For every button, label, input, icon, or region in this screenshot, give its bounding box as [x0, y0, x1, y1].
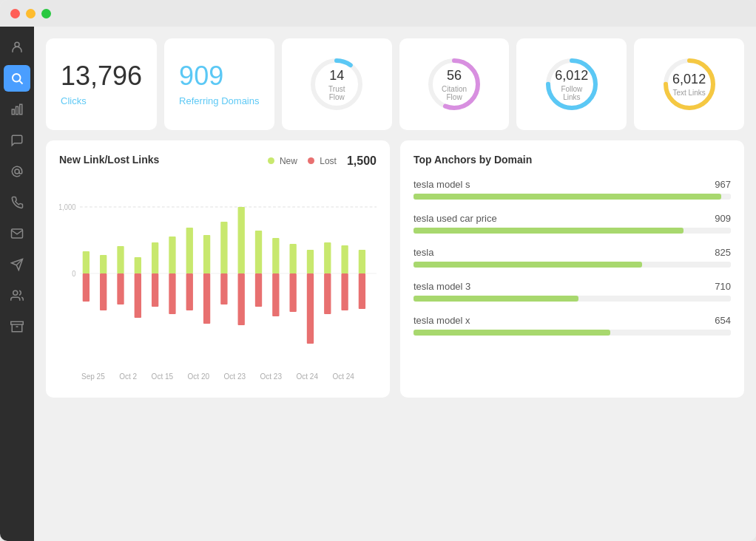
- anchor-name-4: tesla model x: [414, 315, 470, 326]
- text-links-label: Text Links: [672, 89, 706, 97]
- svg-point-6: [15, 169, 19, 174]
- referring-number: 909: [179, 63, 223, 89]
- chart-total: 1,500: [347, 154, 377, 168]
- svg-rect-10: [11, 321, 24, 324]
- anchor-bar-fill-4: [414, 330, 610, 336]
- anchor-bar-fill-3: [414, 296, 578, 302]
- stat-card-text-links: 6,012 Text Links: [634, 38, 744, 130]
- clicks-number: 13,796: [61, 63, 142, 89]
- anchor-val-4: 654: [715, 315, 731, 326]
- svg-line-2: [19, 81, 22, 84]
- anchor-val-1: 909: [715, 213, 731, 224]
- x-label-oct23a: Oct 23: [224, 372, 246, 381]
- svg-rect-50: [307, 250, 314, 273]
- maximize-button[interactable]: [41, 9, 51, 18]
- anchor-bar-fill-0: [414, 194, 721, 200]
- anchor-bar-bg-2: [414, 262, 731, 268]
- close-button[interactable]: [10, 9, 20, 18]
- stat-card-citation-flow: 56 Citation Flow: [399, 38, 510, 130]
- svg-rect-51: [307, 273, 314, 344]
- svg-rect-31: [135, 273, 141, 318]
- stat-card-clicks: 13,796 Clicks: [46, 38, 157, 130]
- svg-rect-47: [272, 273, 279, 316]
- anchor-bar-fill-1: [414, 228, 684, 234]
- svg-rect-33: [152, 273, 158, 307]
- svg-rect-41: [220, 273, 227, 304]
- citation-flow-number: 56: [439, 68, 469, 84]
- anchor-bar-bg-4: [414, 330, 731, 336]
- anchor-list: tesla model s 967 tesla used car price 9…: [414, 179, 731, 336]
- anchor-val-2: 825: [715, 247, 731, 258]
- anchors-panel: Top Anchors by Domain tesla model s 967: [400, 140, 744, 398]
- svg-rect-43: [238, 273, 245, 325]
- svg-rect-3: [12, 109, 14, 115]
- bar-chart-svg: 1,000 0: [59, 177, 377, 370]
- svg-rect-25: [83, 273, 90, 302]
- follow-links-label: Follow Links: [555, 85, 588, 101]
- sidebar-icon-inbox[interactable]: [4, 313, 30, 340]
- anchor-item-0: tesla model s 967: [414, 179, 731, 200]
- follow-links-circle: 6,012 Follow Links: [542, 55, 601, 114]
- svg-rect-27: [100, 273, 107, 310]
- minimize-button[interactable]: [26, 9, 36, 18]
- anchor-name-1: tesla used car price: [414, 213, 497, 224]
- text-links-number: 6,012: [672, 72, 706, 87]
- svg-rect-52: [324, 242, 331, 273]
- anchor-item-2: tesla 825: [414, 247, 731, 268]
- legend-lost-dot: [308, 157, 314, 164]
- x-label-sep25: Sep 25: [81, 372, 105, 381]
- anchor-name-2: tesla: [414, 247, 433, 258]
- anchor-item-4: tesla model x 654: [414, 315, 731, 336]
- x-label-oct20: Oct 20: [188, 372, 209, 381]
- x-label-oct15: Oct 15: [152, 372, 173, 381]
- trust-flow-label: Trust Flow: [322, 85, 351, 101]
- svg-rect-54: [341, 245, 348, 273]
- sidebar-icon-search[interactable]: [4, 65, 30, 92]
- follow-links-number: 6,012: [555, 68, 588, 84]
- app-window: 13,796 Clicks 909 Referring Domains: [0, 0, 756, 541]
- clicks-label: Clicks: [61, 95, 87, 106]
- svg-rect-44: [255, 231, 262, 273]
- trust-flow-number: 14: [322, 68, 351, 84]
- sidebar: [0, 27, 34, 541]
- sidebar-icon-chat[interactable]: [4, 127, 30, 154]
- text-links-circle: 6,012 Text Links: [660, 55, 719, 114]
- x-label-oct24b: Oct 24: [332, 372, 354, 381]
- anchor-name-0: tesla model s: [414, 179, 470, 190]
- anchor-item-3: tesla model 3 710: [414, 281, 731, 302]
- sidebar-icon-chart[interactable]: [4, 96, 30, 123]
- chart-header: New Link/Lost Links New Lost 1,500: [59, 154, 377, 169]
- x-label-oct2: Oct 2: [119, 372, 137, 381]
- svg-rect-38: [203, 235, 210, 273]
- svg-rect-49: [289, 273, 296, 312]
- anchor-bar-bg-1: [414, 228, 731, 234]
- svg-rect-45: [255, 273, 262, 307]
- svg-rect-56: [359, 250, 365, 273]
- svg-rect-26: [100, 255, 107, 273]
- stat-card-follow-links: 6,012 Follow Links: [516, 38, 627, 130]
- svg-rect-35: [169, 273, 175, 314]
- sidebar-icon-mail[interactable]: [4, 220, 30, 247]
- sidebar-icon-person[interactable]: [4, 34, 30, 61]
- sidebar-icon-users[interactable]: [4, 282, 30, 309]
- citation-flow-circle: 56 Citation Flow: [425, 55, 484, 114]
- bottom-row: New Link/Lost Links New Lost 1,500: [46, 140, 744, 398]
- svg-rect-42: [238, 207, 245, 273]
- sidebar-icon-send[interactable]: [4, 251, 30, 278]
- svg-rect-48: [289, 244, 296, 273]
- sidebar-icon-at[interactable]: [4, 158, 30, 185]
- stat-cards: 13,796 Clicks 909 Referring Domains: [46, 38, 744, 130]
- svg-rect-40: [220, 222, 227, 273]
- citation-flow-label: Citation Flow: [439, 85, 469, 101]
- chart-panel: New Link/Lost Links New Lost 1,500: [46, 140, 390, 398]
- app-body: 13,796 Clicks 909 Referring Domains: [0, 27, 756, 541]
- svg-rect-4: [16, 106, 18, 115]
- sidebar-icon-phone[interactable]: [4, 189, 30, 216]
- legend-new-dot: [268, 157, 274, 164]
- titlebar: [0, 0, 756, 27]
- stat-card-trust-flow: 14 Trust Flow: [282, 38, 392, 130]
- x-label-oct24a: Oct 24: [296, 372, 317, 381]
- trust-flow-circle: 14 Trust Flow: [307, 55, 366, 114]
- x-label-oct23b: Oct 23: [260, 372, 282, 381]
- main-content: 13,796 Clicks 909 Referring Domains: [34, 27, 756, 541]
